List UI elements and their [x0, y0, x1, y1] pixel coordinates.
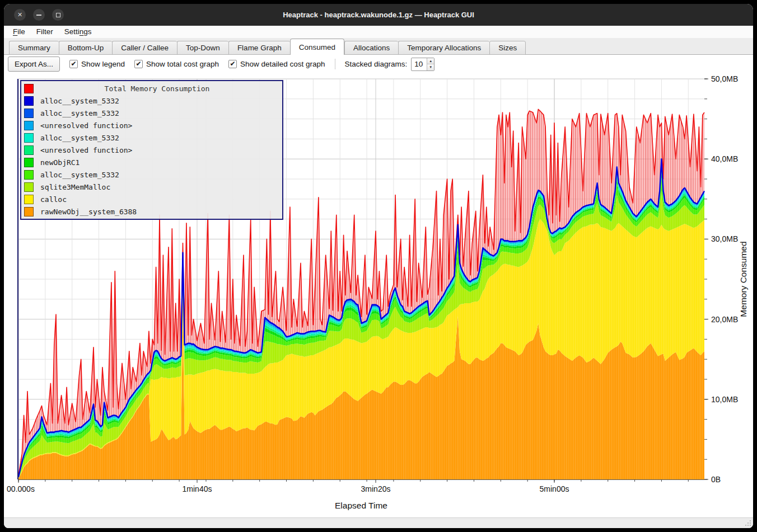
legend-label: <unresolved function>	[40, 121, 132, 130]
svg-text:Memory Consumed: Memory Consumed	[739, 241, 748, 317]
legend-label: <unresolved function>	[40, 146, 132, 154]
legend-swatch-icon	[24, 133, 34, 143]
svg-text:00.000s: 00.000s	[7, 484, 35, 493]
svg-text:50,0MB: 50,0MB	[711, 74, 738, 83]
legend-swatch-icon	[24, 170, 34, 180]
legend-swatch-icon	[24, 84, 34, 93]
svg-text:30,0MB: 30,0MB	[711, 234, 738, 243]
legend-label: alloc__system_5332	[40, 97, 119, 105]
svg-text:5min00s: 5min00s	[540, 484, 569, 493]
legend-item-newobjrc1: newObjRC1	[23, 156, 281, 168]
legend-swatch-icon	[24, 121, 34, 130]
legend-swatch-icon	[24, 158, 34, 167]
legend-item-unresolved-function: <unresolved function>	[23, 144, 281, 156]
legend-item-total-memory-consumption: Total Memory Consumption	[23, 82, 281, 95]
legend-swatch-icon	[24, 96, 34, 106]
legend-swatch-icon	[24, 207, 34, 216]
legend-label: alloc__system_5332	[40, 171, 119, 179]
legend-item-alloc-system-5332: alloc__system_5332	[23, 168, 281, 181]
legend-swatch-icon	[24, 145, 34, 155]
tab-consumed[interactable]: Consumed	[290, 39, 344, 55]
legend-item-alloc-system-5332: alloc__system_5332	[23, 131, 281, 144]
svg-text:20,0MB: 20,0MB	[711, 315, 738, 324]
legend-label: newObjRC1	[40, 158, 80, 167]
legend-label: sqlite3MemMalloc	[40, 183, 110, 191]
svg-text:0B: 0B	[711, 475, 721, 484]
legend-item-unresolved-function: <unresolved function>	[23, 119, 281, 131]
legend-label: Total Memory Consumption	[34, 84, 281, 93]
legend-label: alloc__system_5332	[40, 134, 119, 142]
legend-swatch-icon	[24, 195, 34, 204]
app-window: Heaptrack - heaptrack.wakunode.1.gz — He…	[4, 4, 753, 528]
svg-text:3min20s: 3min20s	[361, 484, 391, 493]
resize-grip-icon[interactable]	[744, 519, 752, 527]
chart-legend: Total Memory Consumptionalloc__system_53…	[20, 80, 283, 220]
status-bar	[4, 517, 753, 528]
legend-label: calloc	[40, 195, 67, 204]
legend-swatch-icon	[24, 182, 34, 192]
svg-text:40,0MB: 40,0MB	[711, 154, 738, 163]
svg-text:10,0MB: 10,0MB	[711, 395, 738, 404]
legend-item-alloc-system-5332: alloc__system_5332	[23, 107, 281, 119]
legend-item-sqlite3memmalloc: sqlite3MemMalloc	[23, 181, 281, 193]
legend-label: alloc__system_5332	[40, 109, 119, 117]
legend-swatch-icon	[24, 109, 34, 118]
legend-item-alloc-system-5332: alloc__system_5332	[23, 95, 281, 107]
svg-text:1min40s: 1min40s	[183, 484, 212, 493]
legend-item-rawnewobj-system-6388: rawNewObj__system_6388	[23, 205, 281, 218]
legend-item-calloc: calloc	[23, 193, 281, 205]
legend-label: rawNewObj__system_6388	[40, 208, 137, 216]
svg-text:Elapsed Time: Elapsed Time	[335, 501, 387, 510]
